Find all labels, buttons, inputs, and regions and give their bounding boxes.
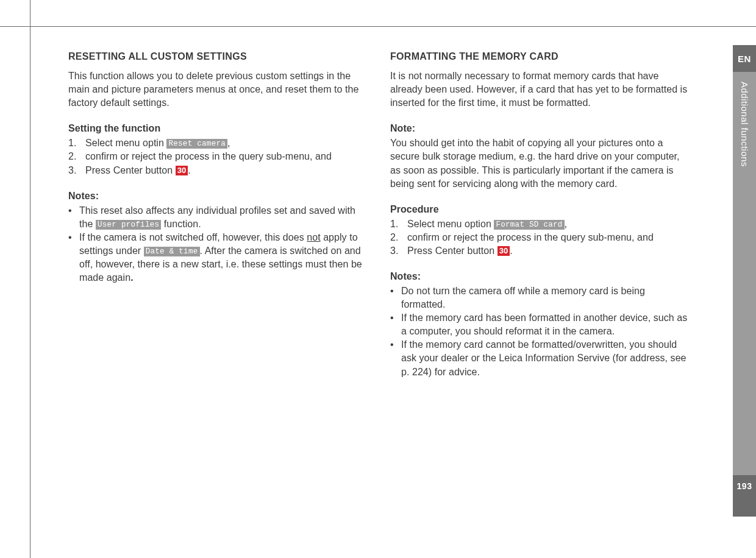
underlined-text: not [307,232,320,242]
bold-period: . [130,272,134,283]
text-fragment: Press Center button [407,245,497,256]
text-fragment: Select menu option [407,219,494,229]
menu-label-user-profiles: User profiles [96,220,161,230]
crop-mark-horizontal [0,26,756,27]
step-text: confirm or reject the process in the que… [85,150,332,163]
step-item: 1. Select menu optin Reset camera, [68,136,368,150]
text-fragment: , [227,138,230,148]
step-text: Press Center button 30. [407,244,513,258]
step-number: 1. [390,217,407,231]
menu-label-format-sd: Format SD card [494,220,564,230]
bullet-icon: • [68,204,79,231]
step-item: 3. Press Center button 30. [390,244,690,258]
step-item: 3. Press Center button 30. [68,164,368,177]
menu-label-reset-camera: Reset camera [166,139,227,149]
heading-notes: Notes: [68,189,368,203]
heading-procedure: Procedure [390,203,690,216]
intro-format: It is not normally necessary to format m… [390,69,690,110]
note-item: • Do not turn the camera off while a mem… [390,284,690,311]
note-text: If the memory card has been formatted in… [401,311,690,338]
heading-format: FORMATTING THE MEMORY CARD [390,50,690,63]
notes-reset: • This reset also affects any individual… [68,204,368,284]
step-text: Press Center button 30. [85,164,191,177]
note-text: If the memory card cannot be formatted/o… [401,338,690,378]
step-number: 3. [390,244,407,258]
note-item: • This reset also affects any individual… [68,204,368,231]
step-item: 2. confirm or reject the process in the … [68,150,368,163]
step-text: Select menu option Format SD card, [407,217,567,231]
text-fragment: Select menu optin [85,138,166,148]
note-body: You should get into the habit of copying… [390,136,690,190]
step-item: 1. Select menu option Format SD card, [390,217,690,231]
manual-page: RESETTING ALL CUSTOM SETTINGS This funct… [0,0,756,558]
ref-number: 30 [497,246,510,256]
text-fragment: , [565,219,568,229]
step-item: 2. confirm or reject the process in the … [390,231,690,244]
note-text: This reset also affects any individual p… [79,204,368,231]
heading-setting-function: Setting the function [68,122,368,135]
step-text: Select menu optin Reset camera, [85,136,230,150]
step-number: 2. [68,150,85,163]
text-fragment: . [188,165,191,175]
tab-language: EN [733,45,756,72]
note-item: • If the memory card cannot be formatted… [390,338,690,378]
heading-note: Note: [390,122,690,135]
note-text: Do not turn the camera off while a memor… [401,284,690,311]
bullet-icon: • [390,311,401,338]
notes-format: • Do not turn the camera off while a mem… [390,284,690,379]
tab-section: Additional functions 193 [733,72,756,517]
steps-reset: 1. Select menu optin Reset camera, 2. co… [68,136,368,177]
crop-mark-vertical [30,0,30,558]
note-item: • If the camera is not switched off, how… [68,231,368,284]
bullet-icon: • [390,338,401,378]
menu-label-date-time: Date & time [144,247,200,256]
note-text: If the camera is not switched off, howev… [79,231,368,284]
note-item: • If the memory card has been formatted … [390,311,690,338]
text-fragment: function. [161,219,201,229]
step-number: 3. [68,164,85,177]
step-number: 2. [390,231,407,244]
heading-reset: RESETTING ALL CUSTOM SETTINGS [68,50,368,63]
step-text: confirm or reject the process in the que… [407,231,654,244]
content-columns: RESETTING ALL CUSTOM SETTINGS This funct… [68,50,690,379]
bullet-icon: • [68,231,79,284]
ref-number: 30 [176,166,188,175]
steps-format: 1. Select menu option Format SD card, 2.… [390,217,690,258]
side-tabs: EN Additional functions 193 [733,0,756,558]
heading-notes: Notes: [390,270,690,283]
tab-section-label: Additional functions [740,82,750,167]
intro-reset: This function allows you to delete previ… [68,69,368,110]
left-column: RESETTING ALL CUSTOM SETTINGS This funct… [68,50,368,379]
text-fragment: Press Center button [85,165,176,175]
step-number: 1. [68,136,85,150]
tab-page-number: 193 [733,475,756,517]
right-column: FORMATTING THE MEMORY CARD It is not nor… [390,50,690,379]
text-fragment: If the camera is not switched off, howev… [79,232,307,242]
bullet-icon: • [390,284,401,311]
text-fragment: . [510,245,513,256]
